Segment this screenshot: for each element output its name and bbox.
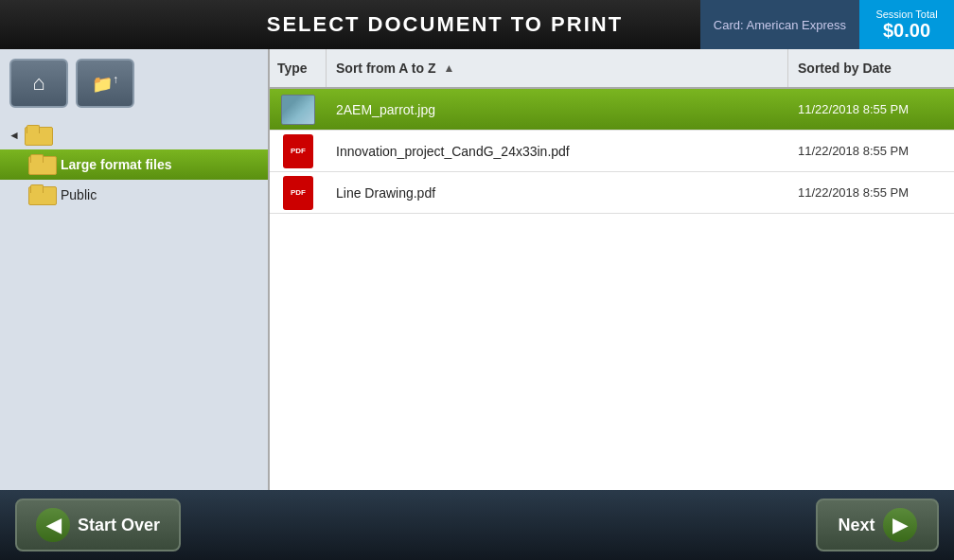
sort-arrow-icon: ▲ <box>444 61 455 75</box>
root-folder-icon <box>25 125 51 146</box>
pdf-icon <box>283 176 313 210</box>
header: SELECT DOCUMENT TO PRINT Card: American … <box>0 0 954 49</box>
card-info: Card: American Express <box>700 0 859 49</box>
file-type-cell <box>270 95 327 125</box>
folder-public[interactable]: Public <box>0 180 268 210</box>
file-row[interactable]: Innovation_project_CandG_24x33in.pdf 11/… <box>270 131 954 172</box>
folder-icon <box>28 154 55 175</box>
upload-button[interactable]: 📁↑ <box>76 59 134 108</box>
file-name: Line Drawing.pdf <box>327 185 788 201</box>
image-preview <box>282 96 314 124</box>
tree-root[interactable]: ◄ <box>0 121 268 149</box>
next-label: Next <box>838 516 874 535</box>
session-total: Session Total $0.00 <box>859 0 954 49</box>
file-name: 2AEM_parrot.jpg <box>327 102 788 117</box>
file-date: 11/22/2018 8:55 PM <box>788 102 954 116</box>
pdf-icon <box>283 134 313 168</box>
folder-label: Public <box>61 187 97 202</box>
col-date-header[interactable]: Sorted by Date <box>788 49 954 87</box>
session-label: Session Total <box>875 9 937 20</box>
file-list: 2AEM_parrot.jpg 11/22/2018 8:55 PM Innov… <box>270 89 954 490</box>
nav-buttons: ⌂ 📁↑ <box>0 49 268 117</box>
file-date: 11/22/2018 8:55 PM <box>788 144 954 158</box>
footer: ◀ Start Over Next ▶ <box>0 490 954 560</box>
home-button[interactable]: ⌂ <box>9 59 68 108</box>
next-button[interactable]: Next ▶ <box>816 499 939 551</box>
page-title: SELECT DOCUMENT TO PRINT <box>189 12 700 37</box>
session-amount: $0.00 <box>883 20 930 42</box>
folder-up-icon: 📁↑ <box>92 73 118 95</box>
file-row[interactable]: Line Drawing.pdf 11/22/2018 8:55 PM <box>270 172 954 214</box>
file-row[interactable]: 2AEM_parrot.jpg 11/22/2018 8:55 PM <box>270 89 954 131</box>
col-name-header[interactable]: Sort from A to Z ▲ <box>327 49 788 87</box>
file-panel: Type Sort from A to Z ▲ Sorted by Date 2… <box>270 49 954 490</box>
image-thumbnail <box>281 95 315 125</box>
col-type-header: Type <box>270 49 327 87</box>
start-over-button[interactable]: ◀ Start Over <box>15 499 181 551</box>
back-circle-icon: ◀ <box>36 508 70 542</box>
folder-tree: ◄ Large format files Public <box>0 117 268 490</box>
file-name: Innovation_project_CandG_24x33in.pdf <box>327 144 788 159</box>
left-panel: ⌂ 📁↑ ◄ Large format files Public <box>0 49 270 490</box>
file-type-cell <box>270 134 327 168</box>
file-date: 11/22/2018 8:55 PM <box>788 185 954 200</box>
start-over-label: Start Over <box>78 516 160 535</box>
file-type-cell <box>270 176 327 210</box>
collapse-arrow-icon: ◄ <box>8 129 21 142</box>
folder-large-format[interactable]: Large format files <box>0 149 268 180</box>
column-header: Type Sort from A to Z ▲ Sorted by Date <box>270 49 954 89</box>
home-icon: ⌂ <box>32 71 44 96</box>
main-content: ⌂ 📁↑ ◄ Large format files Public Type <box>0 49 954 490</box>
folder-label: Large format files <box>61 157 171 172</box>
next-circle-icon: ▶ <box>883 508 917 542</box>
folder-icon <box>28 184 55 205</box>
